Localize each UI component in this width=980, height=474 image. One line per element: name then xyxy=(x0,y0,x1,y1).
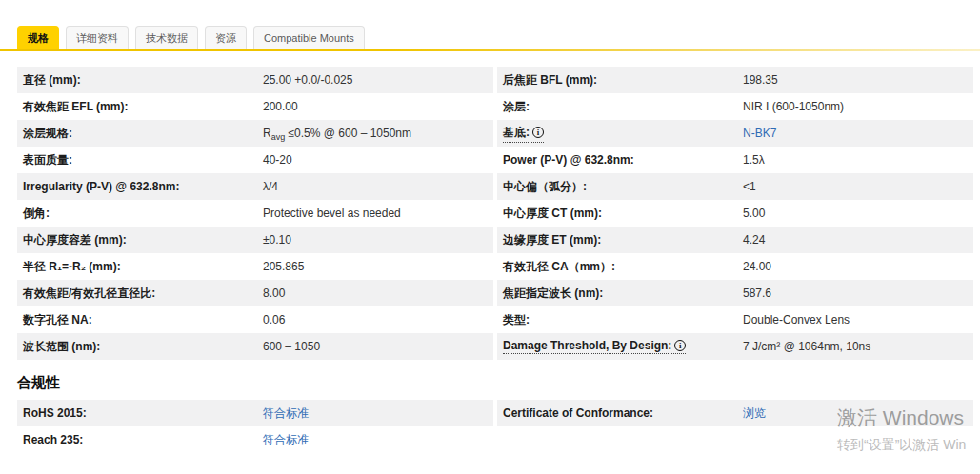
spec-label: 中心偏（弧分）: xyxy=(497,179,743,195)
spec-row-damage-threshold: Damage Threshold, By Design: 7 J/cm² @ 1… xyxy=(497,333,973,360)
spec-label: 焦距指定波长 (nm): xyxy=(497,286,743,302)
spec-row-et: 边缘厚度 ET (mm): 4.24 xyxy=(497,227,973,253)
info-icon[interactable] xyxy=(532,127,544,138)
spec-value: 4.24 xyxy=(743,233,765,247)
spec-row-fnumber: 有效焦距/有效孔径直径比: 8.00 xyxy=(17,280,493,306)
spec-row-coating: 涂层: NIR I (600-1050nm) xyxy=(497,93,973,120)
spec-row-ca: 有效孔径 CA（mm）: 24.00 xyxy=(497,253,973,280)
spec-label: Damage Threshold, By Design: xyxy=(497,339,743,354)
spec-row-substrate: 基底: N-BK7 xyxy=(497,120,973,147)
spec-label: 表面质量: xyxy=(17,152,263,168)
spec-row-diameter: 直径 (mm): 25.00 +0.0/-0.025 xyxy=(17,67,493,93)
spec-value: 0.06 xyxy=(263,313,285,326)
tab-compatible-mounts[interactable]: Compatible Mounts xyxy=(253,26,365,49)
spec-label: 中心厚度 CT (mm): xyxy=(497,206,743,222)
spec-row-surface-quality: 表面质量: 40-20 xyxy=(17,147,493,173)
spec-label: 基底: xyxy=(497,125,743,143)
info-icon[interactable] xyxy=(674,340,686,351)
spec-value: 符合标准 xyxy=(263,405,309,422)
compliance-row-rohs: RoHS 2015: 符合标准 xyxy=(17,400,493,426)
spec-row-type: 类型: Double-Convex Lens xyxy=(497,306,973,333)
spec-label: 中心厚度容差 (mm): xyxy=(17,232,263,248)
spec-value: N-BK7 xyxy=(743,127,776,140)
tab-technical-data[interactable]: 技术数据 xyxy=(135,26,198,49)
spec-value: 浏览 xyxy=(743,405,766,422)
spec-row-wavelength-range: 波长范围 (nm): 600 – 1050 xyxy=(17,333,493,360)
spec-value: 205.865 xyxy=(263,260,304,273)
tab-details[interactable]: 详细资料 xyxy=(66,26,129,49)
spec-value: 8.00 xyxy=(263,286,285,300)
spec-label: Reach 235: xyxy=(17,433,263,446)
spec-label: 波长范围 (nm): xyxy=(17,339,263,355)
spec-value: ±0.10 xyxy=(263,233,291,247)
spec-row-ct: 中心厚度 CT (mm): 5.00 xyxy=(497,200,973,227)
spec-value: 198.35 xyxy=(743,73,778,87)
spec-row-bfl: 后焦距 BFL (mm): 198.35 xyxy=(497,67,973,93)
spec-value: 600 – 1050 xyxy=(263,340,320,353)
spec-row-radius: 半径 R₁=-R₂ (mm): 205.865 xyxy=(17,253,493,280)
compliance-column-left: RoHS 2015: 符合标准 Reach 235: 符合标准 xyxy=(17,400,493,453)
spec-value: 5.00 xyxy=(743,207,765,220)
spec-row-centration: 中心偏（弧分）: <1 xyxy=(497,173,973,200)
spec-value: 40-20 xyxy=(263,153,292,167)
spec-value: 符合标准 xyxy=(263,432,309,448)
spec-column-right: 后焦距 BFL (mm): 198.35 涂层: NIR I (600-1050… xyxy=(497,67,973,360)
spec-value: 1.5λ xyxy=(743,153,765,167)
spec-label: 涂层: xyxy=(497,99,743,115)
spec-value: NIR I (600-1050nm) xyxy=(743,100,844,113)
compliance-column-right: Certificate of Conformance: 浏览 xyxy=(497,400,973,453)
spec-row-irregularity: Irregularity (P-V) @ 632.8nm: λ/4 xyxy=(17,173,493,200)
spec-label: Certificate of Conformance: xyxy=(497,406,743,420)
spec-column-left: 直径 (mm): 25.00 +0.0/-0.025 有效焦距 EFL (mm)… xyxy=(17,67,493,360)
spec-label: 类型: xyxy=(497,312,743,328)
spec-row-coating-spec: 涂层规格: Ravg ≤0.5% @ 600 – 1050nm xyxy=(17,120,493,147)
compliance-section-title: 合规性 xyxy=(17,374,60,392)
tab-specs[interactable]: 规格 xyxy=(17,26,59,49)
coc-view-link[interactable]: 浏览 xyxy=(743,406,766,420)
spec-label: 直径 (mm): xyxy=(17,72,263,89)
spec-value: 7 J/cm² @ 1064nm, 10ns xyxy=(743,340,870,353)
tab-resources[interactable]: 资源 xyxy=(205,26,247,49)
spec-label: 边缘厚度 ET (mm): xyxy=(497,232,743,248)
spec-value: Protective bevel as needed xyxy=(263,207,401,220)
compliance-row-coc: Certificate of Conformance: 浏览 xyxy=(497,400,973,426)
compliance-row-reach: Reach 235: 符合标准 xyxy=(17,426,493,453)
spec-value: 587.6 xyxy=(743,286,771,300)
spec-label: 有效焦距 EFL (mm): xyxy=(17,99,263,115)
spec-label: Power (P-V) @ 632.8nm: xyxy=(497,153,743,167)
spec-label-text: Damage Threshold, By Design: xyxy=(503,339,671,352)
spec-row-ct-tolerance: 中心厚度容差 (mm): ±0.10 xyxy=(17,227,493,253)
spec-label: 涂层规格: xyxy=(17,126,263,142)
spec-row-power: Power (P-V) @ 632.8nm: 1.5λ xyxy=(497,147,973,173)
spec-row-design-wavelength: 焦距指定波长 (nm): 587.6 xyxy=(497,280,973,306)
spec-label: RoHS 2015: xyxy=(17,406,263,420)
spec-value: λ/4 xyxy=(263,180,278,193)
spec-label: 有效焦距/有效孔径直径比: xyxy=(17,286,263,302)
spec-row-bevel: 倒角: Protective bevel as needed xyxy=(17,200,493,227)
spec-label: 半径 R₁=-R₂ (mm): xyxy=(17,259,263,275)
rohs-compliant-link[interactable]: 符合标准 xyxy=(263,406,309,420)
spec-label: 有效孔径 CA（mm）: xyxy=(497,259,743,275)
spec-label: Irregularity (P-V) @ 632.8nm: xyxy=(17,180,263,193)
spec-value: 200.00 xyxy=(263,100,298,113)
spec-value: Double-Convex Lens xyxy=(743,313,850,326)
spec-value: <1 xyxy=(743,180,756,193)
spec-label: 后焦距 BFL (mm): xyxy=(497,72,743,89)
spec-row-na: 数字孔径 NA: 0.06 xyxy=(17,306,493,333)
spec-table: 直径 (mm): 25.00 +0.0/-0.025 有效焦距 EFL (mm)… xyxy=(17,67,973,360)
substrate-link[interactable]: N-BK7 xyxy=(743,127,776,140)
tab-bar: 规格 详细资料 技术数据 资源 Compatible Mounts xyxy=(17,26,365,49)
spec-value: 24.00 xyxy=(743,260,771,273)
spec-label-text: 基底: xyxy=(503,125,530,141)
spec-row-efl: 有效焦距 EFL (mm): 200.00 xyxy=(17,93,493,120)
spec-label: 倒角: xyxy=(17,206,263,222)
reach-compliant-link[interactable]: 符合标准 xyxy=(263,433,309,446)
spec-value: Ravg ≤0.5% @ 600 – 1050nm xyxy=(263,127,411,140)
spec-value: 25.00 +0.0/-0.025 xyxy=(263,73,352,87)
spec-label: 数字孔径 NA: xyxy=(17,312,263,328)
compliance-table: RoHS 2015: 符合标准 Reach 235: 符合标准 Certific… xyxy=(17,400,973,453)
